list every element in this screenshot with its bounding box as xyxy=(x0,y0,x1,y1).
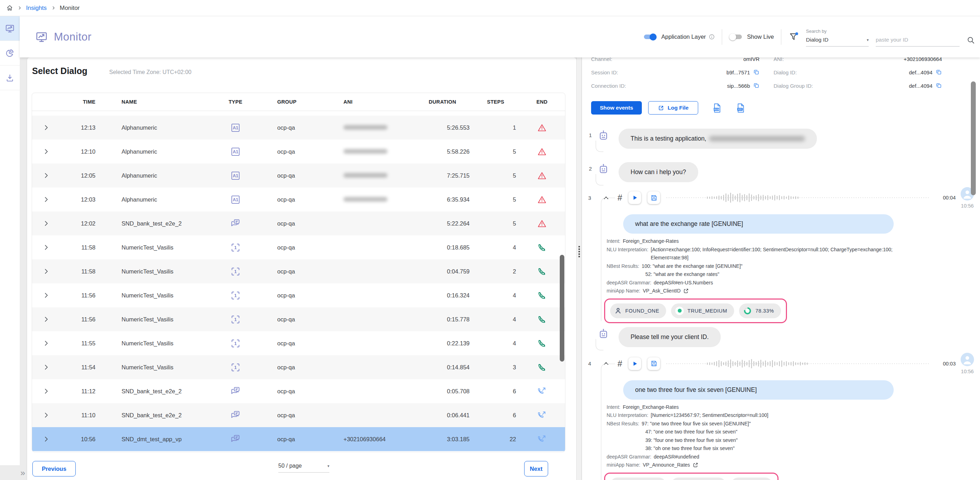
svg-text:1: 1 xyxy=(234,269,237,274)
ani-blurred-value xyxy=(344,173,388,178)
hash-icon[interactable]: # xyxy=(617,359,622,368)
table-row[interactable]: 11:56NumericTest_Vasilis1ocp-qa0:16.3244 xyxy=(32,283,565,307)
info-row: Session ID:b9f...7571 xyxy=(591,65,759,79)
type-alphanumeric-icon: A1 xyxy=(231,195,240,205)
conversation-scrollbar[interactable] xyxy=(971,81,976,195)
row-expand-icon[interactable] xyxy=(43,411,50,419)
row-steps: 4 xyxy=(473,292,519,299)
filter-icon[interactable] xyxy=(788,32,799,42)
search-input[interactable] xyxy=(876,37,959,43)
table-row[interactable]: 11:58NumericTest_Vasilis1ocp-qa0:04.7592 xyxy=(32,259,565,283)
table-row[interactable]: 11:10SND_bank_test_e2e_2ocp-qa0:06.4416 xyxy=(32,403,565,427)
next-button[interactable]: Next xyxy=(524,461,548,477)
page-size-select[interactable]: 50 / page ▾ xyxy=(278,463,329,473)
row-expand-icon[interactable] xyxy=(43,124,50,131)
row-expand-icon[interactable] xyxy=(43,292,50,299)
svg-text:A1: A1 xyxy=(233,126,239,131)
table-row[interactable]: 11:55NumericTest_Vasilis1ocp-qa0:22.1394 xyxy=(32,331,565,355)
row-expand-icon[interactable] xyxy=(43,364,50,371)
info-value: def...4094 xyxy=(909,83,932,89)
table-row[interactable]: 12:02SND_bank_test_e2e_2ocp-qa5:22.2645 xyxy=(32,212,565,235)
type-numeric-icon: 1 xyxy=(231,338,240,349)
row-steps: 6 xyxy=(473,388,519,395)
page-title: Monitor xyxy=(54,31,92,43)
download-json-icon[interactable]: JSON xyxy=(712,102,722,113)
row-expand-icon[interactable] xyxy=(43,435,50,443)
table-header: TIMENAMETYPEGROUPANIDURATIONSTEPSEND xyxy=(32,93,565,111)
row-time: 12:13 xyxy=(60,124,95,131)
table-row[interactable]: 12:05AlphanumericA1ocp-qa7:25.7155 xyxy=(32,164,565,188)
table-scroll-sliver xyxy=(32,111,565,116)
message-number: 3 xyxy=(587,195,592,201)
detail-line: Intent:Foreign_Exchange-Rates xyxy=(606,237,941,246)
row-time: 12:02 xyxy=(60,220,95,227)
sidebar-item-export[interactable] xyxy=(0,65,20,90)
copy-icon[interactable] xyxy=(935,83,942,89)
row-expand-icon[interactable] xyxy=(43,148,50,155)
row-expand-icon[interactable] xyxy=(43,196,50,203)
save-audio-button[interactable] xyxy=(648,191,660,204)
table-row[interactable]: 10:56SND_dmt_test_app_vpocp-qa+302106930… xyxy=(32,427,565,451)
column-header-time: TIME xyxy=(60,99,95,105)
search-by-select[interactable]: Search by Dialog ID ▾ xyxy=(806,29,869,46)
save-audio-button[interactable] xyxy=(648,357,660,370)
row-expand-icon[interactable] xyxy=(43,244,50,251)
table-row[interactable]: 12:03AlphanumericA1ocp-qa6:35.9345 xyxy=(32,188,565,212)
table-row[interactable]: 11:56NumericTest_Vasilis1ocp-qa0:15.7784 xyxy=(32,307,565,331)
play-button[interactable] xyxy=(628,357,641,370)
row-name: SND_dmt_test_app_vp xyxy=(95,436,208,443)
table-row[interactable]: 12:10AlphanumericA1ocp-qa5:58.2265 xyxy=(32,140,565,164)
table-row[interactable]: 12:13AlphanumericA1ocp-qa5:26.5531 xyxy=(32,116,565,140)
message-number: 4 xyxy=(587,360,592,367)
sidebar-item-reports[interactable] xyxy=(0,41,20,65)
timezone-label: Selected Time Zone: UTC+02:00 xyxy=(109,69,191,75)
row-group: ocp-qa xyxy=(263,172,310,179)
sidebar-item-monitor[interactable] xyxy=(0,16,20,41)
external-link-icon[interactable] xyxy=(683,288,689,294)
log-file-button[interactable]: Log File xyxy=(648,101,698,115)
copy-icon[interactable] xyxy=(935,69,942,75)
copy-icon[interactable] xyxy=(753,69,759,75)
svg-text:RTF: RTF xyxy=(738,108,742,110)
audio-waveform[interactable] xyxy=(666,190,931,206)
row-expand-icon[interactable] xyxy=(43,268,50,275)
row-expand-icon[interactable] xyxy=(43,340,50,347)
table-row[interactable]: 11:58NumericTest_Vasilis1ocp-qa0:18.6854 xyxy=(32,235,565,259)
download-rtf-icon[interactable]: RTF xyxy=(736,102,745,113)
info-row: Dialog Group ID:def...4094 xyxy=(773,79,942,92)
play-button[interactable] xyxy=(628,191,641,204)
row-expand-icon[interactable] xyxy=(43,220,50,227)
external-link-icon[interactable] xyxy=(692,462,698,468)
breadcrumb-insights[interactable]: Insights xyxy=(26,5,47,12)
table-row[interactable]: 11:12SND_bank_test_e2e_2ocp-qa0:05.7086 xyxy=(32,379,565,403)
row-duration: 5:58.226 xyxy=(412,148,473,155)
search-icon[interactable] xyxy=(967,36,975,45)
row-steps: 1 xyxy=(473,124,519,131)
application-layer-toggle[interactable] xyxy=(643,33,657,41)
status-badge: FOUND_ONE xyxy=(610,478,666,480)
nlu-details: Intent:Foreign_Exchange-RatesNLU Interpr… xyxy=(606,403,941,469)
row-duration: 6:35.934 xyxy=(412,196,473,203)
row-group: ocp-qa xyxy=(263,292,310,299)
previous-button[interactable]: Previous xyxy=(32,461,76,477)
show-events-button[interactable]: Show events xyxy=(591,101,642,115)
info-icon[interactable] xyxy=(709,34,715,40)
hash-icon[interactable]: # xyxy=(617,193,622,203)
row-expand-icon[interactable] xyxy=(43,388,50,395)
table-row[interactable]: 11:54NumericTest_Vasilis1ocp-qa0:14.8543 xyxy=(32,355,565,379)
select-dialog-panel: Select Dialog Selected Time Zone: UTC+02… xyxy=(27,57,576,480)
row-expand-icon[interactable] xyxy=(43,172,50,179)
row-name: SND_bank_test_e2e_2 xyxy=(95,220,208,227)
row-duration: 3:03.185 xyxy=(412,436,473,443)
sidebar-expand-icon[interactable]: » xyxy=(21,468,25,478)
home-icon[interactable] xyxy=(6,5,13,11)
row-expand-icon[interactable] xyxy=(43,316,50,323)
audio-waveform[interactable] xyxy=(666,356,931,372)
show-live-toggle[interactable] xyxy=(729,33,743,41)
row-group: ocp-qa xyxy=(263,436,310,443)
copy-icon[interactable] xyxy=(753,83,759,89)
table-scrollbar[interactable] xyxy=(560,255,564,362)
row-name: NumericTest_Vasilis xyxy=(95,292,208,299)
panel-resize-handle[interactable] xyxy=(576,57,582,480)
type-dialog-icon xyxy=(231,218,240,229)
